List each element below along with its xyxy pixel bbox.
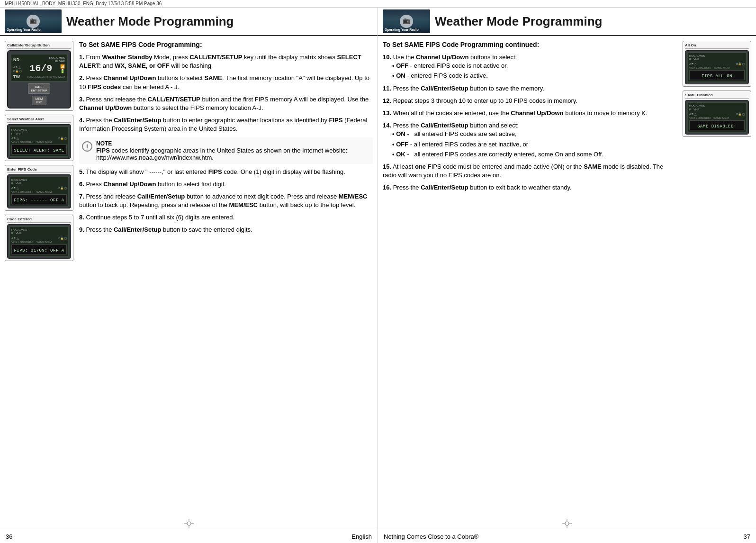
step10-bullet1: OFF - entered FIPS code is not active or…	[392, 62, 677, 70]
page-right: Operating Your Radio Weather Mode Progra…	[378, 8, 756, 543]
device2-label: Select Weather Alert	[7, 117, 71, 123]
left-lang: English	[351, 533, 372, 540]
svg-point-12	[407, 21, 409, 22]
right-page-title: Weather Mode Programming	[435, 14, 751, 29]
main-content: Operating Your Radio Weather Mode Progra…	[0, 8, 756, 543]
device-same-disabled: SAME Disabled ROG GMRS R↑ VHF A⚑ △	[683, 90, 751, 136]
step-6: 6. Press Channel Up/Down button to selec…	[79, 180, 373, 189]
radio-icon-right	[402, 17, 411, 26]
device-samedis-label: SAME Disabled	[685, 93, 749, 99]
page-left: Operating Your Radio Weather Mode Progra…	[0, 8, 378, 543]
crosshair-icon	[184, 519, 194, 528]
device-allon-body: ROG GMRS R↑ VHF A⚑ △ B🔒 ◻ VOX LOMEDRHI S…	[685, 50, 749, 84]
right-header-image: Operating Your Radio	[383, 9, 430, 33]
step-7: 7. Press and release Call/Enter/Setup bu…	[79, 192, 373, 209]
step-10: 10. Use the Channel Up/Down buttons to s…	[383, 53, 677, 81]
note-title: NOTE	[96, 140, 370, 147]
call-ent-setup-btn: CALLENT SETUP	[28, 83, 51, 94]
step14-bullet3: OK - all entered FIPS codes are correctl…	[392, 150, 677, 159]
note-box: i NOTE FIPS codes identify geographic ar…	[79, 137, 373, 164]
note-icon: i	[82, 141, 92, 152]
step10-bullet2: ON - entered FIPS code is active.	[392, 72, 677, 80]
svg-point-2	[34, 21, 36, 22]
svg-point-15	[565, 522, 569, 525]
svg-rect-1	[31, 20, 34, 23]
step-8: 8. Continue steps 5 to 7 until all six (…	[79, 213, 373, 222]
step-11: 11. Press the Call/Enter/Setup button to…	[383, 84, 677, 93]
device-samedis-body: ROG GMRS R↑ VHF A⚑ △ B🔒 ◻ VOX LOMEDRHI S…	[685, 100, 749, 134]
right-operating-label: Operating Your Radio	[385, 28, 419, 31]
right-instr-title: To Set SAME FIPS Code Programming contin…	[383, 41, 677, 48]
left-crosshair	[0, 517, 378, 530]
step-12: 12. Repeat steps 3 through 10 to enter u…	[383, 97, 677, 105]
device3-label: Enter FIPS Code	[7, 167, 71, 173]
right-crosshair	[378, 517, 756, 530]
step14-bullet1: ON - all entered FIPS codes are set acti…	[392, 130, 677, 138]
device-all-on: All On ROG GMRS R↑ VHF A⚑ △	[683, 41, 751, 87]
step-15: 15. At least one FIPS code must be enter…	[383, 163, 677, 180]
device1-label: Call/Enter/Setup Button	[7, 43, 71, 49]
device-enter-fips: Enter FIPS Code ROG GMRS R↑ VHF A⚑ △	[5, 165, 73, 211]
note-text: FIPS codes identify geographic areas in …	[96, 147, 370, 161]
right-device-column: All On ROG GMRS R↑ VHF A⚑ △	[683, 41, 751, 513]
file-bar-text: MRHH450DUAL_BODY_MRHH330_ENG_Body 12/5/1…	[5, 1, 162, 6]
right-instructions: To Set SAME FIPS Code Programming contin…	[383, 41, 677, 513]
step-14: 14. Press the Call/Enter/Setup button an…	[383, 121, 677, 159]
device-select-alert: Select Weather Alert ROG GMRS R↑ VHF A⚑ …	[5, 115, 73, 161]
device3-body: ROG GMRS R↑ VHF A⚑ △ B🔒 ◻ VOX LOMEDRHI S…	[7, 174, 71, 208]
step-4: 4. Press the Call/Enter/Setup button to …	[79, 116, 373, 133]
left-operating-label: Operating Your Radio	[7, 28, 41, 31]
device-allon-label: All On	[685, 43, 749, 49]
right-page-header: Operating Your Radio Weather Mode Progra…	[378, 8, 756, 36]
step-9: 9. Press the Call/Enter/Setup button to …	[79, 226, 373, 234]
device4-body: ROG GMRS R↑ VHF A⚑ △ B🔒 ◻ VOX LOMEDRHI S…	[7, 224, 71, 258]
step-3: 3. Press and release the CALL/ENT/SETUP …	[79, 95, 373, 112]
left-page-footer: 36 English	[0, 530, 378, 543]
radio-icon	[29, 17, 37, 26]
left-page-num: 36	[6, 533, 12, 540]
device1-body: ND ROG GMRS R↑ VHF A⚑ △ B🔒	[7, 50, 71, 109]
step-16: 16. Press the Call/Enter/Setup button to…	[383, 183, 677, 192]
left-page-title: Weather Mode Programming	[66, 14, 373, 29]
step-13: 13. When all of the codes are entered, u…	[383, 109, 677, 118]
left-instr-title: To Set SAME FIPS Code Programming:	[79, 41, 373, 48]
right-footer-text: Nothing Comes Close to a Cobra®	[384, 533, 478, 540]
left-header-image: Operating Your Radio	[5, 9, 62, 33]
left-page-header: Operating Your Radio Weather Mode Progra…	[0, 8, 378, 36]
step14-bullet2: OFF - all entered FIPS codes are set ina…	[392, 140, 677, 149]
device2-body: ROG GMRS R↑ VHF A⚑ △ B🔒 ◻ VOX LOMEDRHI S…	[7, 124, 71, 158]
file-bar: MRHH450DUAL_BODY_MRHH330_ENG_Body 12/5/1…	[0, 0, 756, 8]
left-page-body: Call/Enter/Setup Button ND ROG GMRS R↑ V…	[0, 36, 378, 517]
note-content: NOTE FIPS codes identify geographic area…	[96, 140, 370, 161]
device-code-entered: Code Entered ROG GMRS R↑ VHF A⚑ △	[5, 215, 73, 261]
device-call-setup: Call/Enter/Setup Button ND ROG GMRS R↑ V…	[5, 41, 73, 111]
right-page-num: 37	[744, 533, 750, 540]
mem-btn: MEMESC	[32, 96, 46, 105]
device4-label: Code Entered	[7, 217, 71, 223]
left-device-column: Call/Enter/Setup Button ND ROG GMRS R↑ V…	[5, 41, 73, 513]
step-2: 2. Press Channel Up/Down buttons to sele…	[79, 74, 373, 91]
left-instructions: To Set SAME FIPS Code Programming: 1. Fr…	[79, 41, 373, 513]
step-5: 5. The display will show " ------," or l…	[79, 168, 373, 176]
right-page-body: To Set SAME FIPS Code Programming contin…	[378, 36, 756, 517]
step-1: 1. From Weather Standby Mode, press CALL…	[79, 53, 373, 70]
crosshair-icon-right	[562, 519, 572, 528]
svg-rect-11	[404, 20, 407, 23]
svg-point-5	[187, 522, 191, 525]
right-page-footer: Nothing Comes Close to a Cobra® 37	[378, 530, 756, 543]
